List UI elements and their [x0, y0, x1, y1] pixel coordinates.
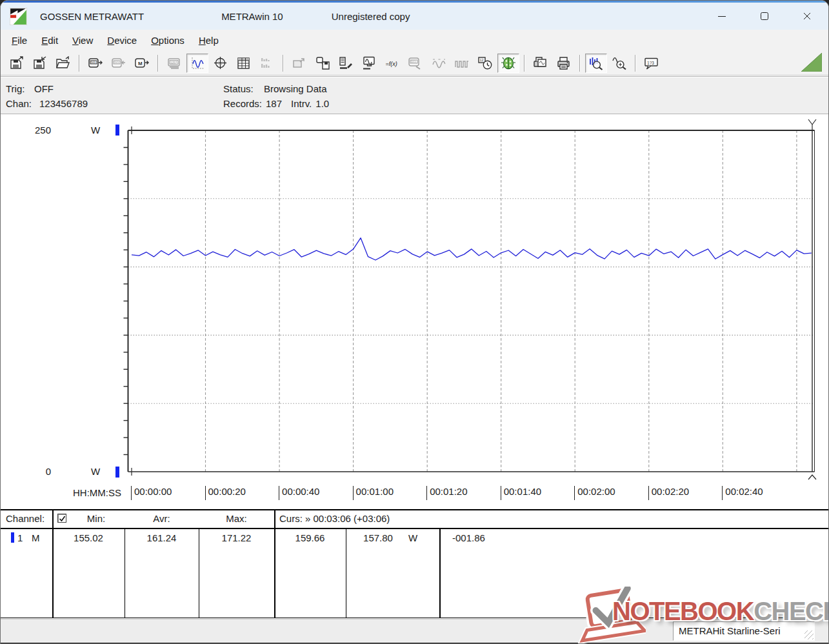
trig-label: Trig:: [6, 81, 34, 96]
chart-view-icon[interactable]: [186, 54, 208, 73]
col-header-avr: Avr:: [125, 513, 199, 524]
resize-grip[interactable]: [804, 630, 814, 639]
histogram-view-icon[interactable]: [256, 54, 278, 73]
svg-text:321: 321: [411, 60, 416, 63]
toolbar-separator: [157, 55, 159, 72]
col-header-cursor: Curs: » 00:03:06 (+03:06): [279, 513, 390, 524]
svg-text:321: 321: [114, 61, 119, 64]
connected-device-field: METRAHit Starline-Seri: [673, 621, 815, 641]
status-label: Status:: [223, 81, 264, 96]
time-settings-icon[interactable]: 12: [474, 54, 496, 73]
minimize-button[interactable]: [701, 3, 743, 30]
cell-max: 171.22: [199, 532, 274, 543]
toolbar-separator: [524, 55, 525, 72]
export-data-icon[interactable]: [288, 54, 310, 73]
scope-view-icon[interactable]: [210, 54, 232, 73]
zoom-time-icon[interactable]: [585, 54, 607, 73]
minimize-icon: [717, 12, 726, 21]
send-device-icon[interactable]: 321: [108, 54, 130, 73]
print-preview-icon[interactable]: [530, 54, 552, 73]
zoom-mode-icon[interactable]: [608, 54, 630, 73]
store-device-icon[interactable]: [312, 54, 334, 73]
x-tick-label: 00:01:00: [353, 486, 394, 500]
menu-file[interactable]: File: [5, 32, 34, 49]
table-view-icon[interactable]: [233, 54, 255, 73]
device-config-icon[interactable]: [335, 54, 357, 73]
x-tick-label: 00:02:20: [648, 486, 689, 500]
y-axis-unit-bottom: W: [91, 466, 100, 477]
col-header-max: Max:: [199, 513, 274, 524]
close-icon: [803, 12, 812, 21]
chan-label: Chan:: [6, 96, 39, 111]
toolbar-separator: [283, 55, 284, 72]
menubar: FileEditViewDeviceOptionsHelp: [1, 30, 828, 51]
table-bottom-border: [1, 618, 828, 618]
titlebar-product: METRAwin 10: [221, 11, 283, 22]
y-axis-unit-top: W: [91, 125, 100, 136]
menu-edit[interactable]: Edit: [34, 32, 65, 49]
print-icon[interactable]: [553, 54, 575, 73]
connection-indicator: [801, 53, 822, 72]
open-file-icon[interactable]: [52, 54, 74, 73]
menu-options[interactable]: Options: [144, 32, 192, 49]
y-axis-max-label: 250: [25, 125, 51, 136]
meter-settings-icon[interactable]: 321: [405, 54, 426, 73]
table-vline: [274, 510, 275, 618]
chart-canvas: [1, 115, 829, 509]
menu-help[interactable]: Help: [192, 32, 226, 49]
cell-cursor-b: 157.80: [346, 532, 410, 543]
info-panel: Trig:OFF Chan:123456789 Status:Browsing …: [1, 77, 828, 114]
channel-color-marker: [11, 532, 14, 543]
status-value: Browsing Data: [264, 81, 327, 96]
chan-value: 123456789: [39, 96, 88, 111]
check-icon: [59, 515, 66, 522]
alarm-bug-icon[interactable]: [497, 54, 519, 73]
device-name: METRAHit Starline-Seri: [679, 625, 781, 636]
svg-text:321: 321: [91, 61, 96, 64]
close-button[interactable]: [786, 3, 828, 30]
channel-visibility-checkbox[interactable]: [57, 514, 66, 523]
toolbar: 321321M1257=f(x)321121?3: [1, 51, 828, 75]
table-vline: [52, 510, 54, 618]
save-export-icon[interactable]: [6, 54, 28, 73]
read-device-icon[interactable]: 321: [85, 54, 106, 73]
statusbar: METRAHit Starline-Seri: [1, 619, 828, 643]
read-memory-icon[interactable]: M: [131, 54, 153, 73]
table-top-border: [1, 509, 828, 510]
menu-view[interactable]: View: [65, 32, 100, 49]
pulse-output-icon[interactable]: [451, 54, 473, 73]
cell-channel-num: 1: [17, 532, 23, 543]
table-vline: [439, 529, 441, 618]
measurement-table: Channel: Min: Avr: Max: Curs: » 00:03:06…: [1, 509, 828, 619]
col-header-channel: Channel:: [6, 513, 45, 524]
trig-value: OFF: [34, 81, 54, 96]
x-axis-format-label: HH:MM:SS: [73, 487, 121, 498]
svg-text:1?3: 1?3: [647, 60, 654, 65]
cell-unit: W: [408, 532, 417, 543]
intrv-label: Intrv.: [291, 96, 312, 111]
titlebar-license: Unregistered copy: [332, 11, 410, 22]
multimeter-display-icon[interactable]: 1257: [163, 54, 185, 73]
x-tick-label: 00:02:40: [722, 486, 763, 500]
cell-min: 155.02: [52, 532, 125, 543]
monitor-config-icon[interactable]: [358, 54, 380, 73]
app-logo-icon: [10, 8, 27, 25]
save-as-icon[interactable]: [29, 54, 51, 73]
cell-channel-mode: M: [32, 532, 40, 543]
intrv-value: 1.0: [315, 96, 329, 111]
toolbar-separator: [635, 55, 636, 72]
svg-text:1257: 1257: [170, 61, 177, 64]
analog-output-icon[interactable]: [428, 54, 450, 73]
x-tick-label: 00:00:20: [205, 486, 246, 500]
annotation-icon[interactable]: 1?3: [641, 54, 663, 73]
cell-delta: -001.86: [452, 532, 485, 543]
menu-device[interactable]: Device: [100, 32, 144, 49]
x-tick-label: 00:01:40: [501, 486, 541, 500]
chart-plot-area[interactable]: 250 W 0 W HH:MM:SS 00:00:0000:00:2000:00…: [1, 115, 828, 509]
x-tick-label: 00:00:00: [131, 486, 172, 500]
x-tick-label: 00:02:00: [574, 486, 615, 500]
x-tick-label: 00:01:20: [426, 486, 467, 500]
titlebar[interactable]: GOSSEN METRAWATT METRAwin 10 Unregistere…: [1, 3, 828, 30]
formula-icon[interactable]: =f(x): [381, 54, 403, 73]
maximize-button[interactable]: [743, 3, 786, 30]
